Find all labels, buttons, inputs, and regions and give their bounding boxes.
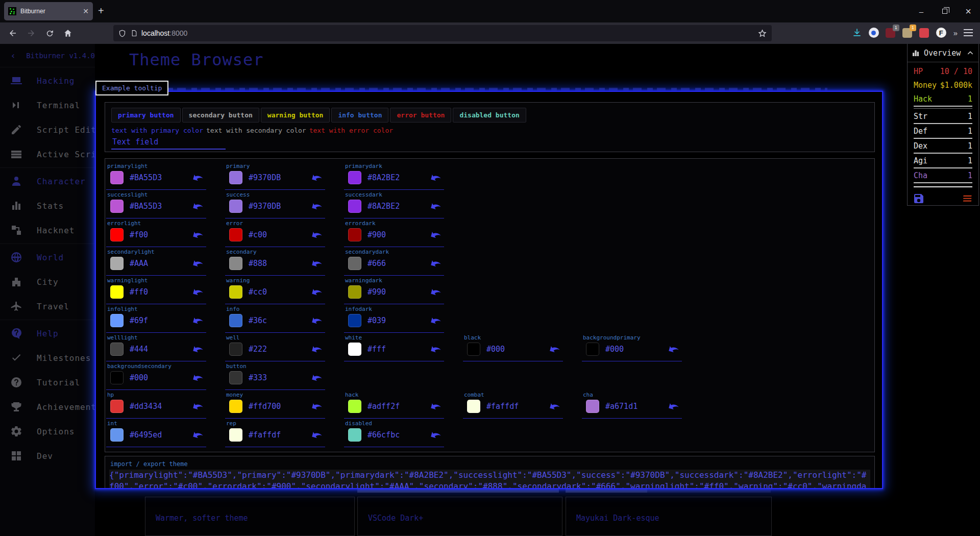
color-hex-input[interactable]: #faffdf: [486, 402, 519, 411]
color-swatch-button[interactable]: [110, 285, 124, 299]
color-hex-input[interactable]: #c00: [249, 230, 267, 239]
color-hex-input[interactable]: #f00: [130, 230, 148, 239]
reset-color-icon[interactable]: [308, 169, 325, 186]
reset-color-icon[interactable]: [189, 340, 206, 357]
forward-button[interactable]: [24, 27, 38, 40]
color-swatch-button[interactable]: [110, 400, 124, 413]
color-swatch-button[interactable]: [348, 228, 361, 241]
home-button[interactable]: [61, 27, 75, 40]
reset-color-icon[interactable]: [308, 312, 325, 329]
extension-f-icon[interactable]: F: [935, 27, 947, 39]
color-swatch-button[interactable]: [110, 428, 124, 442]
reset-color-icon[interactable]: [308, 426, 325, 443]
import-export-textarea[interactable]: {"primarylight":"#BA55D3","primary":"#93…: [109, 470, 870, 489]
color-swatch-button[interactable]: [586, 343, 599, 356]
color-swatch-button[interactable]: [110, 314, 124, 327]
color-hex-input[interactable]: #AAA: [130, 259, 148, 268]
reset-color-icon[interactable]: [427, 340, 444, 357]
reset-color-icon[interactable]: [427, 198, 444, 214]
color-hex-input[interactable]: #69f: [130, 316, 148, 325]
color-hex-input[interactable]: #000: [486, 345, 505, 354]
reset-color-icon[interactable]: [189, 283, 206, 300]
color-hex-input[interactable]: #000: [605, 345, 624, 354]
color-swatch-button[interactable]: [348, 343, 361, 356]
reset-color-icon[interactable]: [308, 369, 325, 386]
reset-color-icon[interactable]: [546, 398, 562, 415]
color-hex-input[interactable]: #888: [249, 259, 267, 268]
downloads-icon[interactable]: [851, 27, 863, 39]
back-button[interactable]: [6, 27, 19, 40]
color-swatch-button[interactable]: [229, 285, 242, 299]
color-hex-input[interactable]: #6495ed: [130, 430, 162, 440]
color-swatch-button[interactable]: [110, 171, 124, 184]
color-swatch-button[interactable]: [467, 343, 480, 356]
color-swatch-button[interactable]: [229, 428, 242, 442]
chevron-up-icon[interactable]: [966, 49, 974, 57]
url-bar[interactable]: localhost:8000: [113, 25, 772, 41]
reset-color-icon[interactable]: [427, 169, 444, 186]
shield-permissions-icon[interactable]: [118, 29, 126, 38]
reset-color-icon[interactable]: [308, 198, 325, 214]
tab-close-icon[interactable]: ✕: [83, 7, 89, 15]
warning-button[interactable]: warning button: [261, 108, 330, 123]
color-swatch-button[interactable]: [229, 371, 242, 384]
extension-red-icon[interactable]: [918, 27, 930, 39]
overview-menu-icon[interactable]: [962, 194, 973, 203]
reload-button[interactable]: [43, 27, 56, 40]
reset-color-icon[interactable]: [189, 398, 206, 415]
reset-color-icon[interactable]: [189, 369, 206, 386]
color-hex-input[interactable]: #900: [368, 230, 386, 239]
color-hex-input[interactable]: #8A2BE2: [368, 173, 400, 182]
color-swatch-button[interactable]: [348, 171, 361, 184]
color-hex-input[interactable]: #ff0: [130, 287, 148, 297]
reset-color-icon[interactable]: [308, 340, 325, 357]
info-button[interactable]: info button: [331, 108, 388, 123]
reset-color-icon[interactable]: [427, 226, 444, 243]
color-swatch-button[interactable]: [348, 285, 361, 299]
reset-color-icon[interactable]: [189, 426, 206, 443]
reset-color-icon[interactable]: [308, 283, 325, 300]
extensions-overflow-chevrons[interactable]: »: [952, 29, 959, 37]
color-swatch-button[interactable]: [110, 343, 124, 356]
window-restore-button[interactable]: [933, 0, 957, 22]
color-swatch-button[interactable]: [348, 200, 361, 213]
bookmark-star-icon[interactable]: [758, 29, 767, 38]
color-hex-input[interactable]: #990: [368, 287, 386, 297]
page-info-icon[interactable]: [131, 29, 137, 37]
primary-button[interactable]: primary button: [111, 108, 181, 123]
color-hex-input[interactable]: #faffdf: [249, 430, 281, 440]
reset-color-icon[interactable]: [427, 255, 444, 272]
reset-color-icon[interactable]: [427, 398, 444, 415]
color-hex-input[interactable]: #222: [249, 345, 267, 354]
color-hex-input[interactable]: #cc0: [249, 287, 267, 297]
reset-color-icon[interactable]: [427, 312, 444, 329]
window-minimize-button[interactable]: –: [910, 0, 933, 22]
extension-shield-icon[interactable]: 1: [885, 27, 897, 39]
color-swatch-button[interactable]: [229, 343, 242, 356]
color-swatch-button[interactable]: [110, 228, 124, 241]
color-hex-input[interactable]: #039: [368, 316, 386, 325]
new-tab-button[interactable]: +: [98, 5, 104, 16]
color-swatch-button[interactable]: [110, 200, 124, 213]
color-swatch-button[interactable]: [348, 428, 361, 442]
color-swatch-button[interactable]: [110, 371, 124, 384]
reset-color-icon[interactable]: [427, 426, 444, 443]
reset-color-icon[interactable]: [308, 255, 325, 272]
color-hex-input[interactable]: #ffd700: [249, 402, 281, 411]
save-game-button[interactable]: [913, 192, 925, 205]
color-swatch-button[interactable]: [229, 400, 242, 413]
reset-color-icon[interactable]: [308, 398, 325, 415]
reset-color-icon[interactable]: [308, 226, 325, 243]
color-hex-input[interactable]: #BA55D3: [130, 202, 162, 211]
color-hex-input[interactable]: #333: [249, 373, 267, 382]
color-hex-input[interactable]: #36c: [249, 316, 267, 325]
color-swatch-button[interactable]: [348, 400, 361, 413]
reset-color-icon[interactable]: [665, 398, 681, 415]
reset-color-icon[interactable]: [665, 340, 681, 357]
color-hex-input[interactable]: #9370DB: [249, 202, 281, 211]
color-swatch-button[interactable]: [229, 228, 242, 241]
reset-color-icon[interactable]: [189, 312, 206, 329]
color-swatch-button[interactable]: [229, 314, 242, 327]
color-hex-input[interactable]: #9370DB: [249, 173, 281, 182]
color-hex-input[interactable]: #66cfbc: [368, 430, 400, 440]
